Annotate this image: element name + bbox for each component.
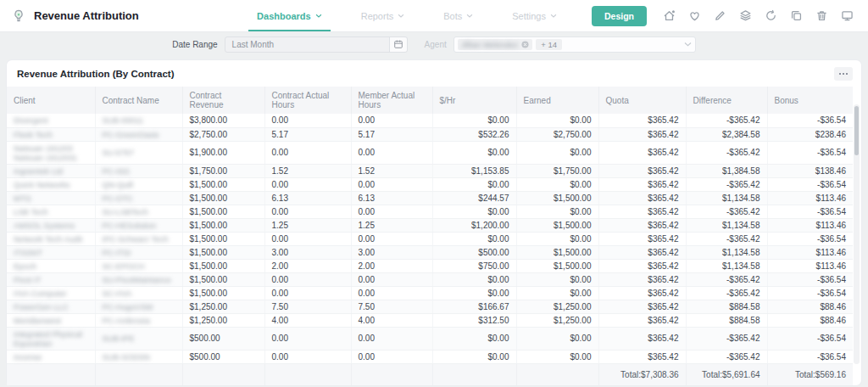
cell-contract: PC-HESolution (95, 218, 182, 232)
trash-icon[interactable] (813, 7, 831, 25)
cell-per_hr: $0.00 (432, 114, 516, 127)
col-earned: Earned (516, 87, 598, 114)
cell-contract-value: PC-Ambrosia (103, 316, 151, 325)
nav-dashboards[interactable]: Dashboards (248, 0, 331, 31)
col-bonus: Bonus (767, 87, 853, 114)
cell-contract: SUB-IPE (95, 327, 182, 350)
design-button[interactable]: Design (592, 6, 647, 26)
cell-contract-value: SU-PivotMaintance (103, 275, 171, 284)
cell-contract-value: PC-HESolution (103, 221, 157, 230)
cell-bonus: -$36.54 (767, 286, 853, 300)
cell-contract_hours: 4.00 (264, 313, 351, 327)
cell-per_hr-value: $0.00 (487, 275, 509, 284)
cell-member_hours: 1.25 (351, 218, 432, 232)
cell-client-value: Fleek Tech (14, 130, 53, 139)
cell-earned: $0.00 (516, 205, 598, 218)
cell-bonus-value: $238.46 (815, 130, 846, 139)
col-contract-actual-hours: Contract Actual Hours (264, 87, 351, 114)
cell-contract_hours-value: 1.52 (272, 166, 288, 176)
cell-bonus-value: $88.46 (820, 302, 846, 311)
more-menu-button[interactable] (834, 67, 853, 81)
cell-contract-value: SC-EPOCH (103, 261, 145, 271)
layers-icon[interactable] (737, 7, 754, 25)
total-difference: Total:$5,691.64 (686, 363, 767, 385)
cell-contract_hours: 7.50 (264, 300, 351, 313)
cell-bonus: $138.46 (767, 164, 853, 177)
cell-revenue-value: $500.00 (190, 334, 220, 343)
cell-earned-value: $1,250.00 (554, 302, 592, 311)
cell-contract: SU-PivotMaintance (95, 272, 182, 286)
cell-quota-value: $365.42 (648, 148, 678, 157)
table-row: PowerGen LLCPC-HugoVSM$1,250.007.507.50$… (7, 300, 853, 313)
cell-quota: $365.42 (598, 127, 686, 141)
cell-contract_hours-value: 0.00 (272, 207, 288, 216)
refresh-icon[interactable] (762, 7, 780, 25)
col-quota: Quota (598, 87, 686, 114)
cell-contract-value: SU-5757 (103, 148, 135, 157)
cell-earned: $1,250.00 (516, 300, 598, 313)
cell-revenue-value: $1,750.00 (190, 166, 228, 176)
cell-quota-value: $365.42 (648, 275, 678, 284)
nav-settings[interactable]: Settings (504, 0, 565, 31)
agent-more-tag[interactable]: + 14 (536, 39, 562, 50)
cell-revenue: $1,500.00 (182, 205, 264, 218)
cell-per_hr: $750.00 (432, 259, 516, 272)
cell-earned-value: $0.00 (570, 289, 591, 298)
cell-earned-value: $0.00 (570, 180, 591, 189)
cell-earned-value: $1,500.00 (554, 221, 592, 230)
cell-contract_hours-value: 7.50 (272, 302, 288, 311)
cell-per_hr: $0.00 (432, 205, 516, 218)
cell-client-value: AMSOL Systems (14, 221, 75, 230)
cell-per_hr: $166.67 (432, 300, 516, 313)
cell-quota: $365.42 (598, 272, 686, 286)
cell-member_hours-value: 3.00 (359, 248, 375, 257)
cell-revenue-value: $1,500.00 (190, 248, 228, 257)
cell-revenue-value: $1,500.00 (190, 194, 228, 203)
calendar-icon[interactable] (389, 37, 407, 52)
cell-earned-value: $0.00 (570, 352, 591, 362)
cell-contract-value: PC-GreenOasis (103, 130, 159, 139)
cell-per_hr-value: $0.00 (487, 148, 509, 157)
cell-contract: PC-GreenOasis (95, 127, 182, 141)
cell-client: HVA Computer (7, 286, 95, 300)
cell-client-value: Meridianwest (14, 316, 61, 325)
cell-per_hr-value: $500.00 (478, 248, 509, 257)
duplicate-icon[interactable] (787, 7, 805, 25)
remove-tag-icon[interactable] (521, 41, 529, 48)
edit-pencil-icon[interactable] (711, 7, 729, 25)
scrollbar-thumb[interactable] (854, 106, 859, 155)
display-monitor-icon[interactable] (838, 7, 856, 25)
cell-revenue: $1,500.00 (182, 272, 264, 286)
cell-contract_hours: 0.00 (264, 232, 351, 245)
title-wrap: Revenue Attribution (12, 9, 139, 23)
col-per-hr: $/Hr (432, 87, 516, 114)
cell-contract_hours: 0.00 (264, 177, 351, 191)
chevron-down-icon (398, 14, 404, 18)
agent-select[interactable]: Jillian Melendez + 14 (453, 36, 696, 53)
cell-contract: SUB-00011 (95, 114, 182, 127)
cell-client-value: Network Tech Audit (14, 234, 82, 244)
date-range-input[interactable]: Last Month (225, 36, 408, 53)
table-row: Quick NetworksQN-Quill$1,500.000.000.00$… (7, 177, 853, 191)
cell-contract_hours-value: 0.00 (272, 180, 288, 189)
home-icon[interactable] (660, 7, 678, 25)
nav-reports[interactable]: Reports (353, 0, 414, 31)
cell-contract_hours: 0.00 (264, 272, 351, 286)
cell-bonus-value: $138.46 (815, 166, 846, 176)
cell-contract_hours-value: 3.00 (272, 248, 288, 257)
cell-client: Network Tech Audit (7, 232, 95, 245)
nav-bots[interactable]: Bots (435, 0, 481, 31)
favorite-heart-icon[interactable] (686, 7, 704, 25)
cell-client-value: LSB Tech (14, 207, 48, 216)
cell-bonus-value: -$36.54 (817, 234, 846, 244)
cell-earned: $0.00 (516, 141, 598, 164)
cell-bonus: $113.46 (767, 259, 853, 272)
vertical-scrollbar[interactable] (854, 104, 860, 364)
cell-per_hr: $0.00 (432, 232, 516, 245)
table-row: IncenseSUB-SODSN$500.000.000.00$0.00$0.0… (7, 350, 853, 363)
cell-member_hours: 3.00 (351, 245, 432, 259)
cell-difference-value: -$365.42 (726, 180, 760, 189)
toolbar (660, 7, 856, 25)
cell-member_hours: 4.00 (351, 313, 432, 327)
cell-client-value: Integrated Physical Equestrian (14, 329, 82, 348)
